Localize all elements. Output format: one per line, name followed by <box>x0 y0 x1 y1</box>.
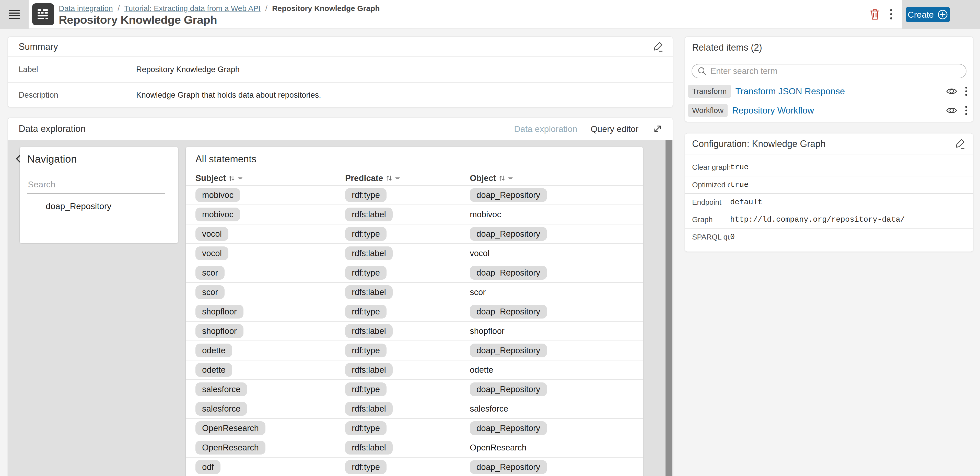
predicate-chip[interactable]: rdfs:label <box>345 208 393 221</box>
statement-row: salesforce rdf:type doap_Repository <box>186 380 643 399</box>
predicate-chip[interactable]: rdf:type <box>345 382 387 396</box>
subject-chip[interactable]: shopfloor <box>196 305 243 318</box>
predicate-chip[interactable]: rdfs:label <box>345 441 393 455</box>
config-label: Graph <box>685 216 730 224</box>
subject-chip[interactable]: shopfloor <box>196 324 243 338</box>
object-literal: OpenResearch <box>470 443 527 452</box>
statement-row: mobivoc rdf:type doap_Repository <box>186 185 643 205</box>
scrollbar-thumb[interactable] <box>665 140 671 476</box>
expand-button[interactable] <box>652 123 663 135</box>
object-literal: salesforce <box>470 404 508 414</box>
statement-row: vocol rdf:type doap_Repository <box>186 224 643 244</box>
object-chip[interactable]: doap_Repository <box>470 227 547 241</box>
config-label: SPARQL query … <box>685 233 730 241</box>
delete-button[interactable] <box>868 8 881 21</box>
predicate-chip[interactable]: rdfs:label <box>345 246 393 260</box>
view-item-button[interactable] <box>946 87 957 96</box>
subject-chip[interactable]: scor <box>196 266 224 280</box>
related-item-link[interactable]: Repository Workflow <box>732 105 946 115</box>
subject-chip[interactable]: OpenResearch <box>196 441 266 455</box>
filter-icon[interactable] <box>395 175 401 181</box>
subject-chip[interactable]: mobivoc <box>196 188 240 202</box>
tab-query-editor[interactable]: Query editor <box>591 124 638 134</box>
subject-chip[interactable]: mobivoc <box>196 208 240 221</box>
more-options-button[interactable] <box>885 8 898 21</box>
object-chip[interactable]: doap_Repository <box>470 421 547 435</box>
related-items-search <box>692 64 966 78</box>
config-value: http://ld.company.org/repository-data/ <box>730 215 905 224</box>
column-label-predicate[interactable]: Predicate <box>345 173 383 183</box>
predicate-chip[interactable]: rdfs:label <box>345 285 393 299</box>
statement-row: OpenResearch rdfs:label OpenResearch <box>186 438 643 458</box>
subject-chip[interactable]: odette <box>196 343 232 358</box>
subject-chip[interactable]: scor <box>196 285 224 299</box>
item-more-options-button[interactable] <box>965 105 967 115</box>
statement-row: odf rdf:type doap_Repository <box>186 458 643 476</box>
object-literal: mobivoc <box>470 209 501 219</box>
object-chip[interactable]: doap_Repository <box>470 343 547 358</box>
navigation-item-doap-repository[interactable]: doap_Repository <box>20 201 178 211</box>
subject-chip[interactable]: salesforce <box>196 382 247 396</box>
hamburger-menu-button[interactable] <box>0 0 29 29</box>
subject-chip[interactable]: vocol <box>196 246 228 260</box>
edit-configuration-button[interactable] <box>955 138 966 150</box>
column-label-subject[interactable]: Subject <box>196 173 226 183</box>
app-root: Data integration / Tutorial: Extracting … <box>0 0 980 476</box>
column-label-object[interactable]: Object <box>470 173 496 183</box>
edit-summary-button[interactable] <box>653 41 664 53</box>
predicate-chip[interactable]: rdf:type <box>345 305 387 318</box>
create-button[interactable]: Create <box>906 7 950 22</box>
predicate-chip[interactable]: rdfs:label <box>345 363 393 377</box>
item-more-options-button[interactable] <box>965 86 967 96</box>
header-right-section: Create <box>902 0 980 29</box>
related-item-link[interactable]: Transform JSON Response <box>735 86 946 96</box>
object-literal: odette <box>470 365 493 374</box>
breadcrumb-separator: / <box>265 4 267 13</box>
config-label: Endpoint <box>685 198 730 206</box>
filter-icon[interactable] <box>237 175 243 181</box>
predicate-chip[interactable]: rdf:type <box>345 421 387 435</box>
subject-chip[interactable]: salesforce <box>196 402 247 416</box>
kebab-icon <box>965 86 967 96</box>
app-header: Data integration / Tutorial: Extracting … <box>0 0 980 29</box>
navigation-search-input[interactable] <box>27 178 165 193</box>
summary-title: Summary <box>19 42 653 52</box>
object-chip[interactable]: doap_Repository <box>470 382 547 396</box>
predicate-chip[interactable]: rdf:type <box>345 343 387 358</box>
all-statements-panel: All statements Subject Predicate <box>186 147 643 476</box>
predicate-chip[interactable]: rdf:type <box>345 460 387 474</box>
breadcrumb-link-tutorial[interactable]: Tutorial: Extracting data from a Web API <box>124 4 261 13</box>
sort-icon[interactable] <box>499 175 505 182</box>
subject-chip[interactable]: odf <box>196 460 221 474</box>
config-label: Clear graph bef… <box>685 163 730 171</box>
subject-chip[interactable]: vocol <box>196 227 228 241</box>
breadcrumb-link-data-integration[interactable]: Data integration <box>59 4 113 13</box>
sort-icon[interactable] <box>228 175 235 182</box>
data-exploration-title: Data exploration <box>19 123 514 134</box>
object-chip[interactable]: doap_Repository <box>470 305 547 318</box>
predicate-chip[interactable]: rdfs:label <box>345 324 393 338</box>
breadcrumb-separator: / <box>118 4 119 13</box>
subject-chip[interactable]: odette <box>196 363 232 377</box>
related-items-search-input[interactable] <box>711 66 961 76</box>
view-item-button[interactable] <box>946 106 957 115</box>
create-button-label: Create <box>908 10 934 20</box>
object-chip[interactable]: doap_Repository <box>470 188 547 202</box>
object-literal: scor <box>470 288 486 297</box>
predicate-chip[interactable]: rdf:type <box>345 188 387 202</box>
sort-icon[interactable] <box>386 175 392 182</box>
eye-icon <box>946 87 957 96</box>
tab-data-exploration[interactable]: Data exploration <box>514 124 578 134</box>
predicate-chip[interactable]: rdf:type <box>345 266 387 280</box>
predicate-chip[interactable]: rdf:type <box>345 227 387 241</box>
object-chip[interactable]: doap_Repository <box>470 266 547 280</box>
filter-icon[interactable] <box>508 175 514 181</box>
data-integration-app-icon[interactable] <box>32 3 54 25</box>
vertical-scrollbar[interactable] <box>665 140 671 476</box>
predicate-chip[interactable]: rdfs:label <box>345 402 393 416</box>
statement-row: scor rdfs:label scor <box>186 283 643 302</box>
object-chip[interactable]: doap_Repository <box>470 460 547 474</box>
configuration-card: Configuration: Knowledge Graph Clear gra… <box>685 133 974 252</box>
subject-chip[interactable]: OpenResearch <box>196 421 266 435</box>
breadcrumb-current: Repository Knowledge Graph <box>272 4 380 13</box>
